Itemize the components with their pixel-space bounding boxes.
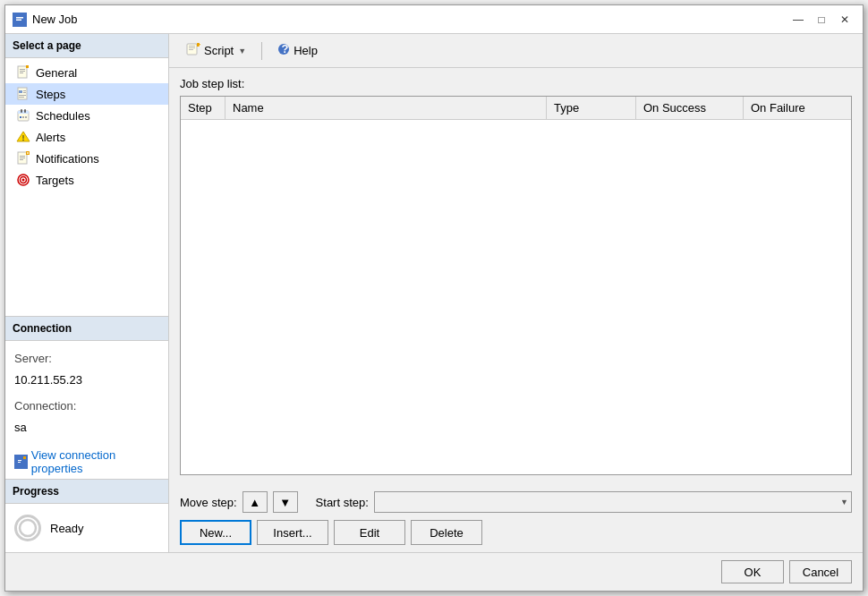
svg-rect-26 xyxy=(20,156,25,157)
sidebar-item-notifications[interactable]: Notifications xyxy=(5,148,168,169)
svg-rect-16 xyxy=(21,109,22,113)
view-connection-link[interactable]: View connection properties xyxy=(5,445,168,479)
svg-rect-13 xyxy=(19,97,24,98)
sidebar-item-general[interactable]: General xyxy=(5,62,168,83)
step-list-body xyxy=(181,120,851,388)
toolbar-separator xyxy=(261,42,262,60)
schedules-icon xyxy=(16,108,30,123)
col-type: Type xyxy=(547,97,636,119)
sidebar-item-alerts-label: Alerts xyxy=(36,131,65,144)
sidebar: Select a page General xyxy=(5,34,169,552)
move-down-icon: ▼ xyxy=(279,496,291,509)
select-page-label: Select a page xyxy=(5,34,168,58)
script-label: Script xyxy=(204,44,234,57)
svg-rect-11 xyxy=(23,92,26,93)
svg-rect-3 xyxy=(18,66,27,78)
new-button[interactable]: New... xyxy=(180,520,251,545)
server-label: Server: xyxy=(14,352,52,365)
action-buttons-row: New... Insert... Edit Delete xyxy=(180,520,852,545)
svg-rect-12 xyxy=(19,95,26,96)
cancel-button[interactable]: Cancel xyxy=(789,560,852,583)
svg-rect-10 xyxy=(23,90,26,91)
move-up-button[interactable]: ▲ xyxy=(243,491,268,513)
sidebar-item-notifications-label: Notifications xyxy=(36,152,99,166)
main-content: ! Script ▼ ? Help xyxy=(169,34,863,552)
sidebar-item-targets-label: Targets xyxy=(36,174,74,187)
close-button[interactable]: ✕ xyxy=(834,10,855,30)
sidebar-items: General Steps xyxy=(5,58,168,316)
script-button[interactable]: ! Script ▼ xyxy=(178,39,254,62)
dialog-body: Select a page General xyxy=(5,34,863,552)
steps-icon xyxy=(16,87,30,101)
general-icon xyxy=(16,65,30,80)
alerts-icon xyxy=(16,130,30,144)
sidebar-item-steps[interactable]: Steps xyxy=(5,83,168,105)
sidebar-item-schedules-label: Schedules xyxy=(36,109,90,123)
dialog-icon xyxy=(13,13,27,27)
svg-rect-9 xyxy=(19,90,22,93)
view-connection-text: View connection properties xyxy=(31,448,159,475)
progress-spinner xyxy=(14,515,41,541)
sidebar-item-schedules[interactable]: Schedules xyxy=(5,105,168,126)
help-button[interactable]: ? Help xyxy=(269,39,326,62)
minimize-button[interactable]: — xyxy=(787,10,809,30)
notifications-icon xyxy=(16,151,30,166)
dialog-footer: OK Cancel xyxy=(5,552,863,591)
svg-text:?: ? xyxy=(282,43,289,55)
progress-info: Ready xyxy=(5,504,168,552)
svg-text:!: ! xyxy=(199,43,201,49)
job-step-list-label: Job step list: xyxy=(180,77,852,90)
edit-button[interactable]: Edit xyxy=(334,520,405,545)
progress-status: Ready xyxy=(50,522,84,535)
move-start-row: Move step: ▲ ▼ Start step: ▼ xyxy=(180,491,852,513)
svg-rect-40 xyxy=(189,49,193,50)
col-on-failure: On Failure xyxy=(744,97,851,119)
svg-rect-39 xyxy=(189,47,195,48)
connection-link-icon xyxy=(14,455,28,469)
bottom-controls: Move step: ▲ ▼ Start step: ▼ xyxy=(169,484,863,552)
delete-button[interactable]: Delete xyxy=(411,520,482,545)
move-step-label: Move step: xyxy=(180,496,237,509)
sidebar-item-alerts[interactable]: Alerts xyxy=(5,126,168,148)
help-icon: ? xyxy=(277,43,290,58)
progress-section-title: Progress xyxy=(5,479,168,504)
sidebar-item-steps-label: Steps xyxy=(36,88,65,101)
svg-rect-35 xyxy=(23,456,26,459)
svg-rect-7 xyxy=(26,65,29,68)
svg-rect-15 xyxy=(18,111,29,114)
svg-rect-8 xyxy=(18,88,27,99)
dialog-title: New Job xyxy=(32,13,787,26)
col-step: Step xyxy=(181,97,226,119)
content-area: Job step list: Step Name Type On Success… xyxy=(169,68,863,484)
svg-rect-1 xyxy=(16,17,23,19)
col-name: Name xyxy=(226,97,547,119)
maximize-button[interactable]: □ xyxy=(811,10,832,30)
connection-label2: Connection: xyxy=(14,399,76,413)
svg-rect-19 xyxy=(22,116,24,118)
sidebar-item-general-label: General xyxy=(36,66,77,80)
step-list-header: Step Name Type On Success On Failure xyxy=(181,97,851,120)
start-step-select[interactable] xyxy=(374,491,852,513)
server-value: 10.211.55.23 xyxy=(14,373,82,387)
script-dropdown-arrow: ▼ xyxy=(238,47,246,55)
connection-section-title: Connection xyxy=(5,316,168,341)
svg-rect-32 xyxy=(16,458,23,464)
ok-button[interactable]: OK xyxy=(721,560,784,583)
svg-rect-17 xyxy=(24,109,26,113)
svg-rect-27 xyxy=(20,158,25,158)
connection-info: Server: 10.211.55.23 Connection: sa xyxy=(5,341,168,445)
insert-button[interactable]: Insert... xyxy=(257,520,328,545)
svg-point-23 xyxy=(22,140,24,141)
svg-rect-34 xyxy=(18,462,21,463)
script-icon: ! xyxy=(186,43,200,58)
move-down-button[interactable]: ▼ xyxy=(273,491,298,513)
svg-point-31 xyxy=(22,179,25,182)
svg-rect-22 xyxy=(23,135,24,139)
help-label: Help xyxy=(294,44,318,57)
step-list-container: Step Name Type On Success On Failure xyxy=(180,96,852,475)
svg-rect-28 xyxy=(20,159,23,160)
move-step-group: Move step: ▲ ▼ xyxy=(180,491,298,513)
svg-rect-33 xyxy=(18,460,21,461)
svg-rect-18 xyxy=(20,116,21,118)
sidebar-item-targets[interactable]: Targets xyxy=(5,169,168,191)
